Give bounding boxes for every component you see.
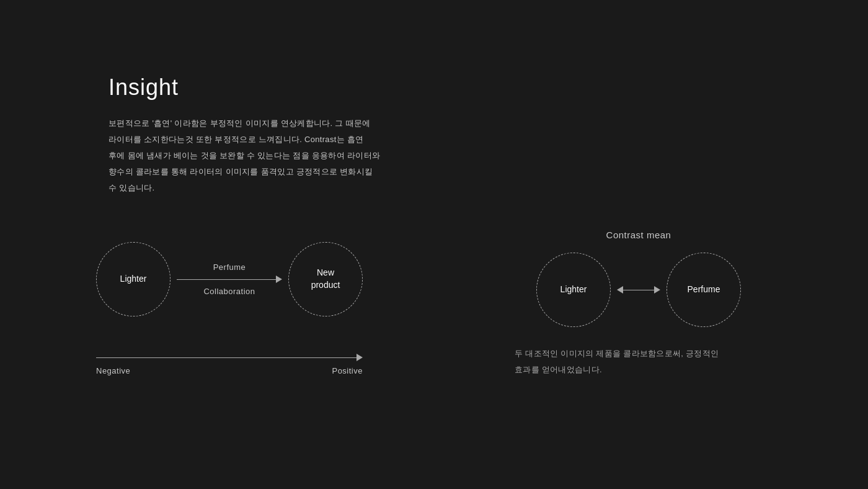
arrow-top-label: Perfume [213, 262, 246, 272]
arrow-line [177, 279, 276, 280]
right-lighter-circle: Lighter [536, 253, 611, 327]
page-container: Insight 보편적으로 '흡연' 이라함은 부정적인 이미지를 연상케합니다… [0, 0, 868, 489]
insight-body: 보편적으로 '흡연' 이라함은 부정적인 이미지를 연상케합니다. 그 때문에 … [108, 115, 381, 196]
axis-labels: Negative Positive [96, 366, 363, 375]
diagram-right-circles: Lighter Perfume [508, 253, 769, 327]
arrow-head-right-2 [654, 286, 660, 294]
axis-positive-label: Positive [332, 366, 363, 375]
right-perfume-label: Perfume [688, 284, 720, 296]
diagram-right: Contrast mean Lighter Perfume 두 대조적인 이미지… [508, 230, 769, 378]
new-product-label: Newproduct [311, 267, 340, 291]
axis-negative-label: Negative [96, 366, 130, 375]
lighter-label: Lighter [120, 273, 147, 285]
right-lighter-label: Lighter [560, 284, 587, 296]
diagram-circles-row: Lighter Perfume Collaboration Newproduct [96, 242, 363, 316]
axis-arrow-head [356, 354, 363, 361]
insight-section: Insight 보편적으로 '흡연' 이라함은 부정적인 이미지를 연상케합니다… [108, 74, 381, 196]
insight-title: Insight [108, 74, 381, 101]
contrast-mean-title: Contrast mean [508, 230, 769, 240]
arrow-right [177, 276, 282, 283]
new-product-circle: Newproduct [288, 242, 363, 316]
double-arrow-line [623, 290, 654, 290]
arrow-head-left [617, 286, 623, 294]
arrow-section: Perfume Collaboration [170, 262, 288, 296]
right-description: 두 대조적인 이미지의 제품을 콜라보함으로써, 긍정적인효과를 얻어내었습니다… [508, 346, 769, 378]
right-perfume-circle: Perfume [666, 253, 741, 327]
arrow-head-right [276, 276, 282, 283]
diagram-left: Lighter Perfume Collaboration Newproduct [96, 242, 363, 375]
axis-row [96, 354, 363, 361]
axis-line [96, 357, 356, 358]
arrow-bottom-label: Collaboration [203, 287, 255, 296]
lighter-circle: Lighter [96, 242, 170, 316]
double-arrow [617, 286, 660, 294]
